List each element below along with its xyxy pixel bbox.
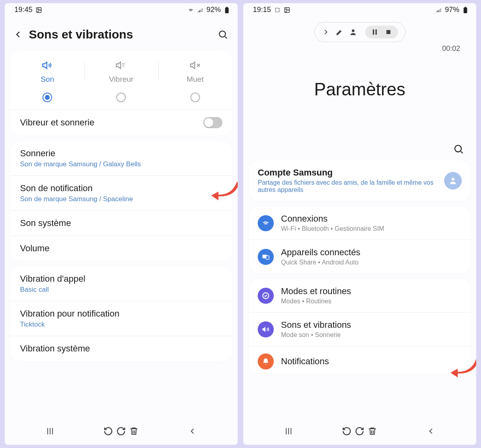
mode-sound-label: Son — [40, 75, 54, 84]
signal-icon — [197, 7, 204, 13]
trash-icon[interactable] — [129, 426, 139, 436]
trash-icon[interactable] — [368, 426, 377, 436]
notif-row[interactable]: Son de notification Son de marque Samsun… — [10, 176, 232, 210]
account-title: Compte Samsung — [258, 167, 437, 178]
svg-point-15 — [451, 178, 454, 180]
annotation-arrow-icon — [209, 177, 238, 201]
signal-icon — [435, 7, 443, 13]
mode-mute-radio[interactable] — [190, 93, 200, 102]
recents-icon[interactable] — [45, 426, 55, 436]
search-icon[interactable] — [453, 143, 464, 155]
status-bar: 19:45 92% — [5, 3, 238, 16]
modes-card: Modes et routines Modes • Routines Sons … — [249, 279, 471, 373]
svg-rect-13 — [386, 30, 390, 34]
mode-sound[interactable]: Son — [10, 60, 84, 102]
vib-notif-sub: Ticktock — [20, 321, 119, 329]
devices-icon — [258, 249, 274, 265]
svg-rect-11 — [373, 29, 374, 34]
page-header: Sons et vibrations — [5, 16, 238, 51]
ringtone-sub: Son de marque Samsung / Galaxy Bells — [20, 160, 141, 168]
battery-icon — [223, 7, 230, 13]
back-nav-icon[interactable] — [188, 426, 197, 436]
svg-point-7 — [286, 8, 287, 10]
sound-list-card: Sonnerie Son de marque Samsung / Galaxy … — [10, 141, 232, 261]
notif-sub: Son de marque Samsung / Spaceline — [20, 195, 133, 203]
vib-call-row[interactable]: Vibration d'appel Basic call — [10, 266, 232, 301]
vibration-list-card: Vibration d'appel Basic call Vibration p… — [10, 266, 232, 361]
pencil-icon[interactable] — [335, 28, 344, 36]
nav-bar — [5, 421, 238, 445]
vib-call-title: Vibration d'appel — [20, 274, 85, 284]
svg-rect-12 — [375, 29, 376, 34]
sound-icon — [258, 321, 274, 337]
pause-icon[interactable] — [371, 28, 379, 36]
devices-title: Appareils connectés — [281, 247, 360, 258]
status-battery: 97% — [445, 6, 459, 14]
mode-vibrate-radio[interactable] — [116, 93, 126, 102]
connections-sub: Wi-Fi • Bluetooth • Gestionnaire SIM — [281, 225, 384, 232]
phone-left: 19:45 92% Sons et vibrations Son Vibreur — [5, 3, 238, 445]
vib-system-title: Vibration système — [20, 343, 90, 354]
vib-call-sub: Basic call — [20, 286, 85, 294]
status-bar: 19:15 97% — [243, 3, 476, 16]
devices-sub: Quick Share • Android Auto — [281, 259, 360, 266]
back-icon[interactable] — [13, 29, 23, 40]
devices-row[interactable]: Appareils connectés Quick Share • Androi… — [249, 240, 471, 273]
account-card[interactable]: Compte Samsung Partage des fichiers avec… — [249, 160, 471, 201]
svg-rect-2 — [225, 7, 229, 13]
chevron-right-icon[interactable] — [322, 28, 330, 36]
sound-icon — [41, 60, 53, 71]
volume-title: Volume — [20, 243, 49, 254]
screen-record-icon — [274, 7, 281, 13]
modes-sub: Modes • Routines — [281, 298, 351, 305]
back-nav-icon[interactable] — [426, 426, 436, 436]
stop-icon[interactable] — [384, 28, 392, 36]
bell-icon — [258, 353, 274, 369]
system-sound-row[interactable]: Son système — [10, 210, 232, 236]
connections-row[interactable]: Connexions Wi-Fi • Bluetooth • Gestionna… — [249, 206, 471, 240]
notif-title: Son de notification — [20, 183, 133, 194]
person-icon[interactable] — [349, 28, 357, 36]
redo-icon[interactable] — [116, 426, 126, 436]
person-icon — [449, 176, 457, 185]
vib-system-row[interactable]: Vibration système — [10, 336, 232, 361]
notifs-title: Notifications — [281, 356, 329, 367]
recents-icon[interactable] — [284, 426, 293, 436]
svg-rect-8 — [464, 7, 467, 13]
svg-rect-5 — [275, 8, 279, 12]
undo-icon[interactable] — [103, 426, 113, 436]
status-time: 19:45 — [14, 6, 32, 14]
redo-icon[interactable] — [355, 426, 364, 436]
vibrate-icon — [115, 60, 127, 71]
vibrate-ring-toggle[interactable] — [203, 117, 222, 128]
sounds-row[interactable]: Sons et vibrations Mode son • Sonnerie — [249, 312, 471, 346]
system-sound-title: Son système — [20, 218, 71, 228]
vib-notif-title: Vibration pour notification — [20, 309, 119, 319]
mode-vibrate-label: Vibreur — [109, 75, 133, 84]
wifi-icon — [258, 215, 274, 231]
account-sub: Partage des fichiers avec des amis, de l… — [258, 179, 437, 194]
modes-icon — [258, 288, 274, 304]
vibrate-ring-row[interactable]: Vibreur et sonnerie — [10, 110, 232, 135]
phone-right: 19:15 97% 00:02 Paramètres Compte Samsun… — [243, 3, 476, 445]
status-battery: 92% — [206, 6, 221, 14]
nav-bar — [243, 421, 476, 445]
volume-row[interactable]: Volume — [10, 236, 232, 261]
ringtone-title: Sonnerie — [20, 148, 141, 159]
ringtone-row[interactable]: Sonnerie Son de marque Samsung / Galaxy … — [10, 141, 232, 176]
undo-icon[interactable] — [342, 426, 352, 436]
record-time: 00:02 — [243, 44, 476, 53]
mute-icon — [189, 60, 201, 71]
battery-icon — [462, 7, 469, 13]
vib-notif-row[interactable]: Vibration pour notification Ticktock — [10, 301, 232, 336]
connections-title: Connexions — [281, 214, 384, 224]
mode-sound-radio[interactable] — [42, 93, 52, 102]
mode-vibrate[interactable]: Vibreur — [84, 60, 158, 102]
notifs-row[interactable]: Notifications — [249, 346, 471, 373]
svg-point-10 — [352, 29, 354, 32]
sounds-title: Sons et vibrations — [281, 320, 351, 330]
sound-mode-card: Son Vibreur Muet Vibreur et sonnerie — [10, 51, 232, 135]
search-icon[interactable] — [218, 29, 228, 40]
modes-row[interactable]: Modes et routines Modes • Routines — [249, 279, 471, 312]
mode-mute[interactable]: Muet — [158, 60, 232, 102]
